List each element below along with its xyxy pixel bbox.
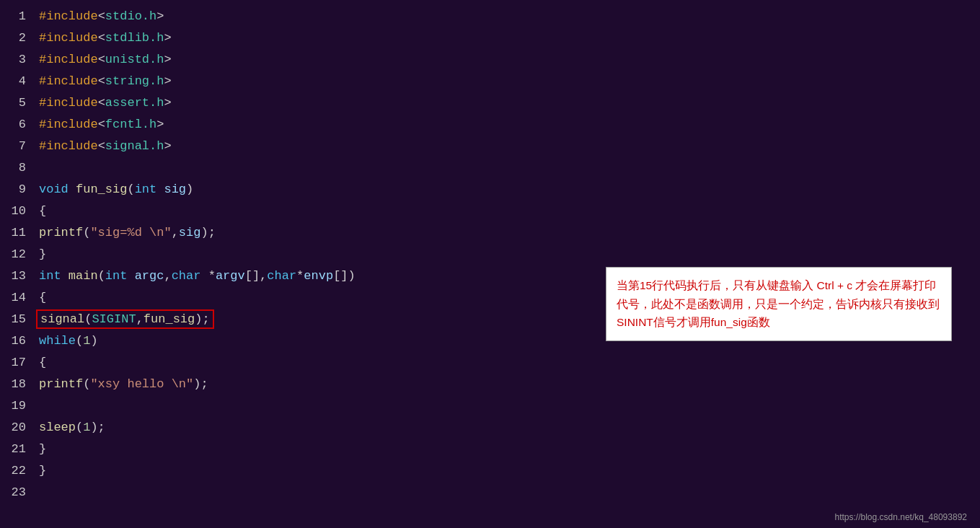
highlighted-line: signal(SIGINT,fun_sig);: [36, 309, 214, 329]
token: "xsy hello \n": [90, 377, 193, 391]
line-number: 20: [0, 417, 26, 438]
line-content: }: [39, 460, 980, 481]
line-content: printf("xsy hello \n");: [39, 374, 980, 395]
token: (: [83, 377, 90, 391]
line-number: 4: [0, 71, 26, 92]
token: signal.h: [105, 139, 164, 153]
token: >: [164, 53, 171, 66]
token: (: [83, 226, 90, 239]
token: argc: [135, 269, 164, 283]
line-content: #include<fcntl.h>: [39, 114, 980, 135]
token: char: [267, 269, 296, 283]
token: [127, 269, 134, 283]
token: );: [90, 421, 105, 434]
token: ,: [172, 226, 179, 239]
code-line: 6#include<fcntl.h>: [0, 114, 980, 136]
line-number: 10: [0, 201, 26, 221]
token: #include: [39, 53, 98, 66]
code-line: 17 {: [0, 352, 980, 374]
token: >: [156, 118, 164, 131]
token: []): [333, 269, 356, 283]
code-lines: 1#include<stdio.h>2#include<stdlib.h>3#i…: [0, 6, 980, 503]
token: }: [39, 464, 46, 478]
token: printf: [39, 377, 83, 391]
token: <: [98, 118, 105, 131]
annotation-text: 当第15行代码执行后，只有从键盘输入 Ctrl + c 才会在屏幕打印代号，此处…: [617, 279, 940, 328]
annotation-box: 当第15行代码执行后，只有从键盘输入 Ctrl + c 才会在屏幕打印代号，此处…: [606, 267, 952, 341]
token: [69, 182, 76, 196]
token: (: [76, 334, 83, 348]
line-number: 12: [0, 244, 26, 265]
line-number: 15: [0, 309, 26, 330]
code-line: 21 }: [0, 439, 980, 460]
code-line: 5#include<assert.h>: [0, 92, 980, 114]
line-number: 3: [0, 49, 26, 70]
line-number: 14: [0, 287, 26, 308]
token: <: [98, 139, 105, 153]
token: int: [105, 269, 128, 283]
token: #include: [39, 139, 98, 153]
token: argv: [216, 269, 245, 283]
token: main: [69, 269, 98, 283]
token: #include: [39, 74, 98, 88]
line-number: 7: [0, 136, 26, 157]
token: );: [200, 226, 215, 239]
code-line: 10{: [0, 201, 980, 222]
token: SIGINT: [92, 312, 136, 326]
token: }: [39, 442, 46, 456]
line-number: 13: [0, 265, 26, 286]
token: <: [98, 9, 105, 23]
token: string.h: [105, 74, 164, 88]
line-number: 16: [0, 330, 26, 351]
line-content: #include<assert.h>: [39, 92, 980, 113]
line-number: 6: [0, 114, 26, 135]
code-line: 9void fun_sig(int sig): [0, 179, 980, 201]
code-line: 7#include<signal.h>: [0, 136, 980, 157]
token: sig: [179, 226, 201, 239]
code-line: 11 printf("sig=%d \n",sig);: [0, 222, 980, 244]
token: *: [296, 269, 304, 283]
token: [61, 269, 69, 283]
token: #include: [39, 9, 98, 23]
line-number: 23: [0, 482, 26, 503]
watermark: https://blog.csdn.net/kq_48093892: [835, 512, 967, 522]
code-line: 23: [0, 482, 980, 503]
line-content: }: [39, 439, 980, 459]
token: <: [98, 74, 105, 88]
token: (: [76, 421, 83, 434]
line-content: #include<unistd.h>: [39, 49, 980, 70]
line-content: void fun_sig(int sig): [39, 179, 980, 200]
token: int: [39, 269, 61, 283]
token: >: [164, 31, 171, 45]
line-content: #include<stdlib.h>: [39, 27, 980, 48]
line-content: #include<signal.h>: [39, 136, 980, 157]
code-line: 12}: [0, 244, 980, 265]
code-line: 18 printf("xsy hello \n");: [0, 374, 980, 395]
token: 1: [83, 334, 90, 348]
token: );: [193, 377, 208, 391]
token: (: [98, 269, 105, 283]
token: }: [39, 247, 46, 261]
token: ,: [164, 269, 171, 283]
code-line: 2#include<stdlib.h>: [0, 27, 980, 49]
token: fun_sig: [144, 312, 195, 326]
token: int: [135, 182, 157, 196]
token: >: [164, 96, 171, 110]
token: sig: [164, 182, 186, 196]
token: assert.h: [105, 96, 164, 110]
code-line: 4#include<string.h>: [0, 71, 980, 92]
token: "sig=%d \n": [90, 226, 171, 239]
token: void: [39, 182, 69, 196]
line-content: {: [39, 201, 980, 221]
code-line: 22}: [0, 460, 980, 482]
token: <: [98, 53, 105, 66]
line-number: 21: [0, 439, 26, 459]
line-content: }: [39, 244, 980, 265]
token: envp: [304, 269, 333, 283]
token: {: [39, 291, 46, 304]
line-content: printf("sig=%d \n",sig);: [39, 222, 980, 243]
line-content: #include<string.h>: [39, 71, 980, 92]
token: #include: [39, 31, 98, 45]
token: #include: [39, 96, 98, 110]
token: #include: [39, 118, 98, 131]
